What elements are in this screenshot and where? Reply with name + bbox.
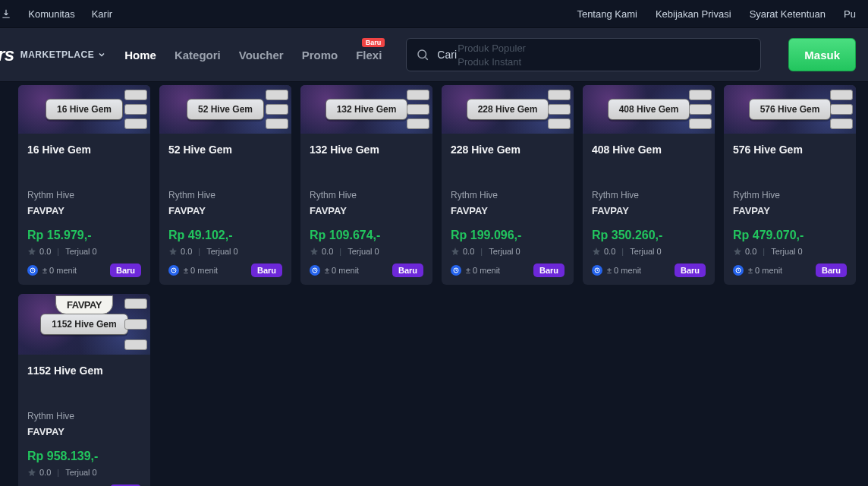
product-body: 16 Hive Gem Rythm Hive FAVPAY Rp 15.979,… [18,134,150,285]
product-bottom: ± 0 menit Baru [168,264,282,277]
clock-icon [310,265,320,276]
new-badge: Baru [251,264,282,277]
nav-promo[interactable]: Promo [302,49,338,62]
spacer [27,396,141,406]
sticker [124,298,147,309]
product-price: Rp 350.260,- [592,229,706,242]
topbar-link-komunitas[interactable]: Komunitas [28,8,74,20]
product-card[interactable]: 408 Hive Gem 408 Hive Gem Rythm Hive FAV… [583,85,715,285]
meta-sep: | [57,468,59,477]
product-bottom: ± 0 menit Baru [310,264,423,277]
rating-value: 0.0 [322,247,333,256]
spacer [451,175,565,185]
product-category: Rythm Hive [27,411,141,421]
product-category: Rythm Hive [451,190,565,200]
nav-kategori[interactable]: Kategori [175,49,221,62]
sticker [689,90,712,100]
product-price: Rp 15.979,- [27,229,141,242]
sold-count: Terjual 0 [489,247,520,256]
process-time: ± 0 menit [168,265,218,276]
nav-home[interactable]: Home [124,49,156,62]
sticker [830,118,853,129]
sold-count: Terjual 0 [771,247,803,256]
product-price: Rp 109.674,- [310,229,423,242]
spacer [27,175,141,185]
topbar: p Komunitas Karir Tentang Kami Kebijakan… [0,0,868,27]
chevron-down-icon [97,50,106,59]
product-card[interactable]: 576 Hive Gem 576 Hive Gem Rythm Hive FAV… [724,85,856,285]
product-thumbnail: FAVPAY 1152 Hive Gem [18,294,150,355]
product-card[interactable]: 16 Hive Gem 16 Hive Gem Rythm Hive FAVPA… [18,85,150,285]
sticker [266,90,288,100]
nav-flexi-badge: Baru [362,38,385,47]
rating-value: 0.0 [39,468,51,477]
product-card[interactable]: 228 Hive Gem 228 Hive Gem Rythm Hive FAV… [442,85,574,285]
product-body: 52 Hive Gem Rythm Hive FAVPAY Rp 49.102,… [159,134,291,285]
nav-flexi[interactable]: Flexi Baru [356,49,382,62]
product-card[interactable]: 52 Hive Gem 52 Hive Gem Rythm Hive FAVPA… [159,85,291,285]
download-icon [1,8,11,19]
gem-pill: 1152 Hive Gem [40,314,127,335]
product-title: 16 Hive Gem [27,143,141,170]
sticker [124,90,147,100]
product-thumbnail: 132 Hive Gem [300,85,432,134]
search-wrap: Produk Populer Produk Instant [406,38,761,71]
product-grid: 16 Hive Gem 16 Hive Gem Rythm Hive FAVPA… [0,82,868,486]
product-thumbnail: 52 Hive Gem [159,85,291,134]
new-badge: Baru [392,264,423,277]
topbar-link-karir[interactable]: Karir [92,8,112,20]
meta-sep: | [480,247,483,256]
meta-sep: | [57,247,59,256]
rating: 0.0 [451,247,474,256]
login-button[interactable]: Masuk [788,38,856,71]
sticker [548,90,571,100]
rating: 0.0 [733,247,756,256]
thumb-stickers [124,298,147,350]
rating-value: 0.0 [463,247,474,256]
rating: 0.0 [27,468,51,477]
meta-sep: | [621,247,624,256]
star-icon [451,247,460,256]
product-price: Rp 958.139,- [27,450,141,463]
topbar-link-privasi[interactable]: Kebijakan Privasi [656,8,731,20]
seller-ribbon-text: FAVPAY [55,295,113,314]
search-box[interactable] [406,38,761,71]
topbar-link-syarat[interactable]: Syarat Ketentuan [750,8,826,20]
clock-icon [592,265,602,276]
brand-logo-text: ners [0,44,14,65]
rating: 0.0 [27,247,51,256]
process-time: ± 0 menit [733,265,782,276]
product-card[interactable]: 132 Hive Gem 132 Hive Gem Rythm Hive FAV… [300,85,432,285]
spacer [592,175,706,185]
product-title: 228 Hive Gem [451,143,565,170]
gem-pill: 132 Hive Gem [326,99,408,120]
product-meta: 0.0 | Terjual 0 [733,247,847,256]
product-thumbnail: 408 Hive Gem [583,85,715,134]
product-bottom: ± 0 menit Baru [733,264,847,277]
star-icon [310,247,319,256]
topbar-left: p Komunitas Karir [0,8,112,20]
product-card[interactable]: FAVPAY 1152 Hive Gem 1152 Hive Gem Rythm… [18,294,150,486]
process-time-text: ± 0 menit [42,266,77,275]
product-title: 132 Hive Gem [310,143,423,170]
brand[interactable]: ners MARKETPLACE [0,44,106,65]
sticker [124,339,147,350]
topbar-link-pusat[interactable]: Pu [844,8,856,20]
product-meta: 0.0 | Terjual 0 [592,247,706,256]
topbar-link-download[interactable]: p [0,8,11,20]
gem-pill: 576 Hive Gem [749,99,832,120]
nav-voucher[interactable]: Voucher [239,49,284,62]
topbar-link-tentang[interactable]: Tentang Kami [577,8,637,20]
product-price: Rp 49.102,- [168,229,282,242]
product-body: 132 Hive Gem Rythm Hive FAVPAY Rp 109.67… [300,134,432,285]
search-input[interactable] [437,49,751,61]
clock-icon [168,265,179,276]
sticker [124,118,147,129]
product-seller: FAVPAY [451,205,565,216]
meta-sep: | [198,247,200,256]
product-meta: 0.0 | Terjual 0 [27,247,141,256]
rating-value: 0.0 [604,247,615,256]
rating-value: 0.0 [745,247,756,256]
product-body: 1152 Hive Gem Rythm Hive FAVPAY Rp 958.1… [18,355,150,486]
meta-sep: | [339,247,341,256]
